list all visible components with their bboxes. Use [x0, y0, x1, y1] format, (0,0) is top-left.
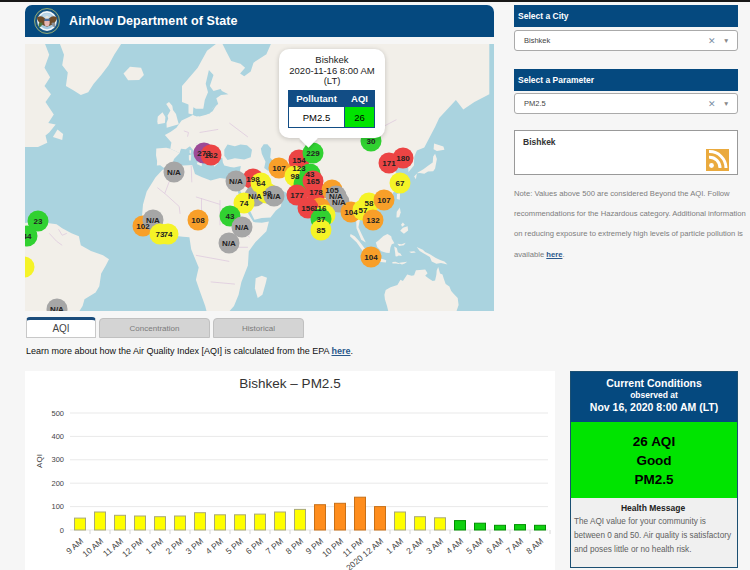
svg-text:8 PM: 8 PM — [284, 536, 306, 556]
svg-text:229: 229 — [306, 149, 320, 158]
svg-text:5 PM: 5 PM — [224, 536, 246, 556]
svg-text:3 AM: 3 AM — [424, 536, 445, 556]
svg-text:11 AM: 11 AM — [101, 536, 125, 559]
svg-text:500: 500 — [51, 409, 64, 418]
svg-text:104: 104 — [364, 253, 378, 262]
svg-text:177: 177 — [290, 191, 304, 200]
svg-text:165: 165 — [306, 177, 320, 186]
svg-text:300: 300 — [51, 455, 64, 464]
svg-text:N/A: N/A — [50, 305, 64, 311]
svg-text:156: 156 — [301, 204, 315, 213]
svg-text:12 PM: 12 PM — [120, 536, 145, 559]
svg-text:43: 43 — [226, 212, 235, 221]
svg-text:10 PM: 10 PM — [320, 536, 345, 559]
svg-text:AQI: AQI — [35, 454, 44, 468]
svg-text:200: 200 — [51, 479, 64, 488]
svg-text:N/A: N/A — [146, 216, 160, 225]
svg-text:N/A: N/A — [229, 177, 243, 186]
svg-text:116: 116 — [314, 204, 327, 213]
svg-text:5 AM: 5 AM — [464, 536, 485, 556]
svg-text:400: 400 — [51, 432, 64, 441]
svg-text:N/A: N/A — [332, 198, 346, 207]
svg-text:2 PM: 2 PM — [164, 536, 186, 556]
svg-text:73: 73 — [156, 230, 165, 239]
svg-text:8 AM: 8 AM — [524, 536, 545, 556]
svg-text:85: 85 — [317, 226, 326, 235]
svg-text:2 AM: 2 AM — [404, 536, 425, 556]
svg-text:N/A: N/A — [235, 223, 249, 232]
svg-text:100: 100 — [51, 502, 64, 511]
svg-text:4 AM: 4 AM — [444, 536, 465, 556]
svg-text:171: 171 — [382, 159, 396, 168]
svg-text:N/A: N/A — [167, 168, 181, 177]
svg-text:67: 67 — [396, 179, 405, 188]
svg-text:37: 37 — [317, 215, 326, 224]
svg-text:30: 30 — [367, 137, 376, 146]
svg-text:107: 107 — [377, 196, 391, 205]
svg-text:3 PM: 3 PM — [184, 536, 206, 556]
svg-text:10 AM: 10 AM — [80, 536, 105, 559]
svg-text:1 AM: 1 AM — [384, 536, 405, 556]
svg-text:107: 107 — [272, 164, 286, 173]
svg-text:98: 98 — [291, 172, 300, 181]
svg-text:57: 57 — [359, 206, 368, 215]
svg-text:64: 64 — [257, 179, 266, 188]
svg-text:N/A: N/A — [248, 192, 262, 201]
svg-text:23: 23 — [34, 217, 43, 226]
svg-text:178: 178 — [309, 188, 323, 197]
svg-text:1 PM: 1 PM — [144, 536, 166, 556]
svg-text:6 PM: 6 PM — [244, 536, 266, 556]
svg-text:154: 154 — [292, 156, 306, 165]
svg-text:104: 104 — [344, 208, 358, 217]
svg-text:74: 74 — [240, 199, 249, 208]
svg-text:44: 44 — [25, 232, 32, 241]
svg-text:132: 132 — [366, 216, 380, 225]
svg-text:7 PM: 7 PM — [264, 536, 286, 556]
svg-text:108: 108 — [191, 216, 205, 225]
svg-text:7 AM: 7 AM — [504, 536, 525, 556]
svg-text:0: 0 — [60, 526, 64, 535]
svg-text:180: 180 — [396, 154, 410, 163]
svg-text:74: 74 — [164, 230, 173, 239]
svg-text:N/A: N/A — [222, 239, 236, 248]
svg-text:6 AM: 6 AM — [484, 536, 505, 556]
svg-text:N/A: N/A — [267, 192, 281, 201]
svg-text:4 PM: 4 PM — [204, 536, 226, 556]
svg-text:162: 162 — [204, 151, 218, 160]
